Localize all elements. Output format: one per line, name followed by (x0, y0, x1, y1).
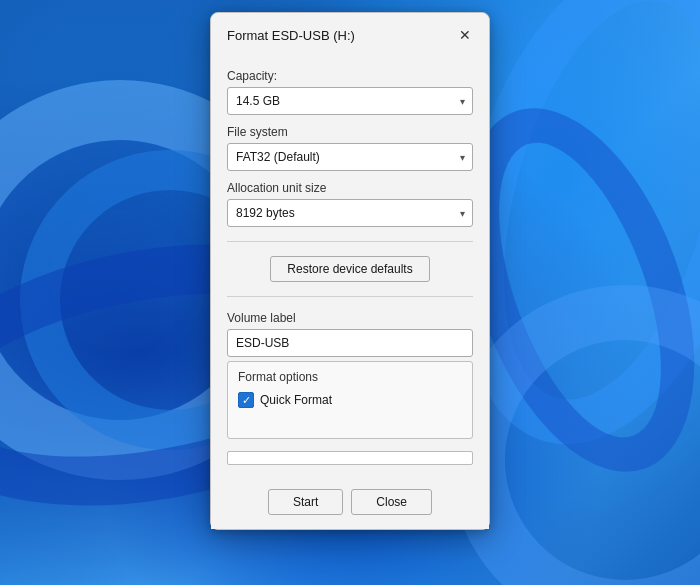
checkmark-icon: ✓ (242, 395, 251, 406)
dialog-titlebar: Format ESD-USB (H:) ✕ (211, 13, 489, 55)
start-button[interactable]: Start (268, 489, 343, 515)
file-system-wrapper: FAT32 (Default) NTFS exFAT ▾ (227, 143, 473, 171)
restore-defaults-button[interactable]: Restore device defaults (270, 256, 429, 282)
format-options-box: Format options ✓ Quick Format (227, 361, 473, 439)
volume-label-input[interactable] (227, 329, 473, 357)
file-system-label: File system (227, 125, 473, 139)
close-icon[interactable]: ✕ (453, 23, 477, 47)
allocation-label: Allocation unit size (227, 181, 473, 195)
file-system-select[interactable]: FAT32 (Default) NTFS exFAT (227, 143, 473, 171)
format-options-label: Format options (238, 370, 462, 384)
divider-1 (227, 241, 473, 242)
divider-2 (227, 296, 473, 297)
volume-label-label: Volume label (227, 311, 473, 325)
allocation-select[interactable]: 512 bytes 1024 bytes 2048 bytes 4096 byt… (227, 199, 473, 227)
capacity-select[interactable]: 14.5 GB (227, 87, 473, 115)
progress-bar-container (227, 451, 473, 465)
dialog-footer: Start Close (211, 481, 489, 529)
dialog-title: Format ESD-USB (H:) (227, 28, 355, 43)
format-dialog: Format ESD-USB (H:) ✕ Capacity: 14.5 GB … (210, 12, 490, 530)
capacity-wrapper: 14.5 GB ▾ (227, 87, 473, 115)
quick-format-checkbox[interactable]: ✓ (238, 392, 254, 408)
quick-format-row: ✓ Quick Format (238, 392, 462, 408)
dialog-body: Capacity: 14.5 GB ▾ File system FAT32 (D… (211, 55, 489, 481)
capacity-label: Capacity: (227, 69, 473, 83)
close-button[interactable]: Close (351, 489, 432, 515)
allocation-wrapper: 512 bytes 1024 bytes 2048 bytes 4096 byt… (227, 199, 473, 227)
quick-format-label: Quick Format (260, 393, 332, 407)
